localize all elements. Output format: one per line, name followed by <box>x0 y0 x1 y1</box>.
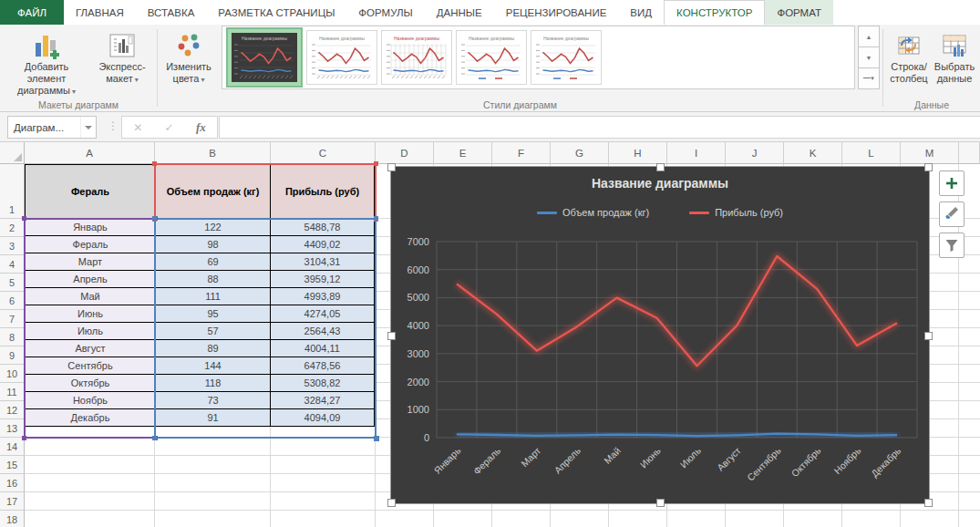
row-header-5[interactable]: 5 <box>0 274 25 292</box>
chart-style-thumbnail-1[interactable]: Название диаграммы <box>226 27 303 88</box>
tab-page-layout[interactable]: РАЗМЕТКА СТРАНИЦЫ <box>206 0 346 25</box>
tab-chart-design[interactable]: КОНСТРУКТОР <box>664 0 765 25</box>
column-header-B[interactable]: B <box>155 142 271 164</box>
tab-formulas[interactable]: ФОРМУЛЫ <box>346 0 424 25</box>
row-header-10[interactable]: 10 <box>0 365 25 383</box>
add-chart-element-button[interactable]: Добавить элемент диаграммы <box>2 26 91 101</box>
chart-resize-handle-n[interactable] <box>656 163 665 171</box>
tab-view[interactable]: ВИД <box>618 0 664 25</box>
switch-row-column-button[interactable]: Строка/ столбец <box>887 26 931 88</box>
cell-C4[interactable]: 3104,31 <box>271 253 375 271</box>
cell-B13[interactable]: 91 <box>156 409 271 427</box>
cell-B12[interactable]: 73 <box>156 392 271 409</box>
cell-A3[interactable]: Фераль <box>26 236 156 253</box>
chart-style-thumbnail-5[interactable]: Название диаграммы <box>531 30 602 85</box>
column-header-K[interactable]: K <box>784 142 842 164</box>
quick-layout-button[interactable]: Экспресс-макет <box>91 26 153 88</box>
gallery-more-button[interactable]: ▾ <box>858 68 880 89</box>
column-header-L[interactable]: L <box>842 142 901 164</box>
chart-resize-handle-ne[interactable] <box>924 163 933 171</box>
cell-C12[interactable]: 3284,27 <box>271 392 375 409</box>
cell-B3[interactable]: 98 <box>156 236 271 253</box>
chart-resize-handle-e[interactable] <box>924 332 933 340</box>
series-names-range-frame-handle[interactable] <box>152 161 157 166</box>
tab-chart-format[interactable]: ФОРМАТ <box>765 0 833 25</box>
row-header-17[interactable]: 17 <box>0 492 25 511</box>
tab-data[interactable]: ДАННЫЕ <box>425 0 494 25</box>
legend-item[interactable]: Прибыль (руб) <box>689 207 783 218</box>
tab-file[interactable]: ФАЙЛ <box>0 0 64 25</box>
chart-style-thumbnail-3[interactable]: Название диаграммы <box>381 30 452 85</box>
row-header-7[interactable]: 7 <box>0 310 25 328</box>
change-colors-button[interactable]: Изменить цвета <box>160 26 218 88</box>
select-all-corner[interactable] <box>0 142 25 164</box>
table-header-cell-C1[interactable]: Прибыль (руб) <box>271 165 375 219</box>
row-header-9[interactable]: 9 <box>0 346 25 365</box>
cell-A8[interactable]: Июль <box>26 323 156 340</box>
cell-B9[interactable]: 89 <box>156 340 271 357</box>
cell-C6[interactable]: 4993,89 <box>271 288 375 305</box>
cell-A4[interactable]: Март <box>26 253 156 271</box>
row-header-15[interactable]: 15 <box>0 456 25 474</box>
chart-resize-handle-nw[interactable] <box>387 163 396 171</box>
cell-C7[interactable]: 4274,05 <box>271 305 375 323</box>
cell-C5[interactable]: 3959,12 <box>271 271 375 288</box>
tab-home[interactable]: ГЛАВНАЯ <box>64 0 136 25</box>
cell-C10[interactable]: 6478,56 <box>271 357 375 375</box>
chart-style-thumbnail-2[interactable]: Название диаграммы <box>306 30 377 85</box>
column-header-H[interactable]: H <box>609 142 667 164</box>
row-header-6[interactable]: 6 <box>0 292 25 310</box>
tab-insert[interactable]: ВСТАВКА <box>136 0 207 25</box>
row-header-18[interactable]: 18 <box>0 511 25 527</box>
cell-C13[interactable]: 4094,09 <box>271 409 375 427</box>
cell-A5[interactable]: Апрель <box>26 271 156 288</box>
chart-resize-handle-sw[interactable] <box>387 499 396 507</box>
gallery-scroll-down-button[interactable]: ▼ <box>858 47 880 68</box>
column-header-J[interactable]: J <box>726 142 784 164</box>
values-range-frame-handle[interactable] <box>374 436 379 441</box>
cell-B8[interactable]: 57 <box>156 323 271 340</box>
row-header-3[interactable]: 3 <box>0 237 25 255</box>
enter-button[interactable]: ✓ <box>161 121 178 134</box>
legend-item[interactable]: Объем продаж (кг) <box>537 207 649 218</box>
cell-B5[interactable]: 88 <box>156 271 271 288</box>
values-range-frame-handle[interactable] <box>152 436 157 440</box>
chart-styles-button[interactable] <box>939 202 965 227</box>
name-box[interactable]: Диаграм... <box>7 116 97 139</box>
cell-A2[interactable]: Январь <box>26 219 156 236</box>
cell-A6[interactable]: Май <box>26 288 156 305</box>
cell-A7[interactable]: Июнь <box>26 305 156 323</box>
cell-A12[interactable]: Ноябрь <box>26 392 156 409</box>
row-header-14[interactable]: 14 <box>0 438 25 456</box>
cell-A9[interactable]: Август <box>26 340 156 357</box>
cell-B11[interactable]: 118 <box>156 375 271 392</box>
column-header-E[interactable]: E <box>434 142 492 164</box>
cell-C8[interactable]: 2564,43 <box>271 323 375 340</box>
chart-resize-handle-w[interactable] <box>387 332 396 340</box>
series-names-range-frame-handle[interactable] <box>374 161 378 166</box>
column-header-C[interactable]: C <box>271 142 376 164</box>
row-header-1[interactable]: 1 <box>0 164 25 219</box>
row-header-8[interactable]: 8 <box>0 328 25 346</box>
row-header-2[interactable]: 2 <box>0 219 25 237</box>
categories-range-frame-handle[interactable] <box>22 436 26 440</box>
cancel-button[interactable]: ✕ <box>129 121 146 134</box>
table-header-cell-A1[interactable]: Фераль <box>26 165 156 219</box>
column-header-M[interactable]: M <box>901 142 959 164</box>
chart-plot-area[interactable]: 01000200030004000500060007000ЯнварьФерал… <box>391 229 929 505</box>
chart-resize-handle-s[interactable] <box>656 499 665 507</box>
cell-B7[interactable]: 95 <box>156 305 271 323</box>
formula-input[interactable] <box>219 116 980 139</box>
column-header-A[interactable]: A <box>25 142 155 164</box>
gallery-scroll-up-button[interactable]: ▲ <box>858 26 880 47</box>
chart-filters-button[interactable] <box>939 232 965 258</box>
values-range-frame-handle[interactable] <box>374 216 378 221</box>
row-header-4[interactable]: 4 <box>0 255 25 274</box>
cell-A10[interactable]: Сентябрь <box>26 357 156 375</box>
chart-resize-handle-se[interactable] <box>924 499 933 507</box>
column-header-I[interactable]: I <box>667 142 726 164</box>
categories-range-frame-handle[interactable] <box>22 216 26 221</box>
cell-A13[interactable]: Декабрь <box>26 409 156 427</box>
row-header-16[interactable]: 16 <box>0 474 25 492</box>
select-data-button[interactable]: Выбрать данные <box>933 26 976 88</box>
